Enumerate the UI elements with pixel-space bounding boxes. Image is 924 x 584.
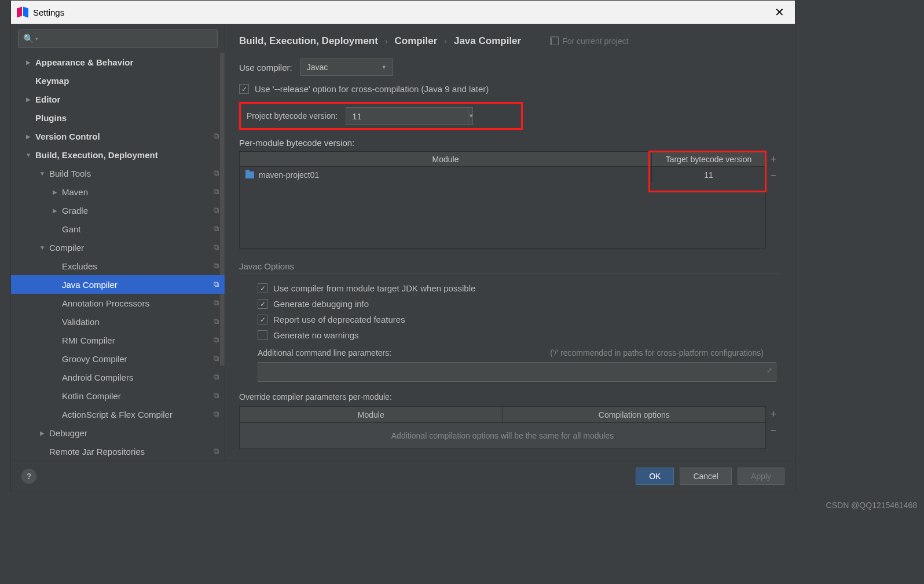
tree-arrow-icon: ▶ — [25, 59, 32, 65]
project-bytecode-input[interactable] — [346, 111, 468, 121]
override-table: Module Compilation options Additional co… — [239, 406, 766, 449]
additional-params-hint: ('/' recommended in paths for cross-plat… — [550, 348, 781, 357]
project-icon — [551, 38, 559, 45]
sidebar-item-kotlin-compiler[interactable]: Kotlin Compiler⧉ — [11, 386, 225, 405]
tree-arrow-icon: ▶ — [52, 189, 58, 195]
sidebar-item-remote-jar-repositories[interactable]: Remote Jar Repositories⧉ — [11, 442, 225, 461]
sidebar-item-rmi-compiler[interactable]: RMI Compiler⧉ — [11, 331, 225, 349]
sidebar-item-maven[interactable]: ▶Maven⧉ — [11, 183, 225, 201]
remove-override-button[interactable]: − — [766, 422, 781, 439]
override-options-header: Compilation options — [503, 407, 766, 422]
additional-params-label: Additional command line parameters: — [258, 348, 391, 357]
tree-arrow-icon: ▼ — [39, 244, 46, 251]
ok-button[interactable]: OK — [636, 468, 674, 485]
project-bytecode-select[interactable]: ▼ — [346, 107, 473, 125]
override-params-label: Override compiler parameters per-module: — [239, 392, 781, 402]
report-deprecated-checkbox[interactable]: Report use of deprecated features — [258, 315, 781, 324]
additional-params-input[interactable]: ⤢ — [258, 362, 776, 382]
remove-module-button[interactable]: − — [766, 167, 781, 184]
project-bytecode-label: Project bytecode version: — [247, 111, 338, 121]
main-panel: Build, Execution, Deployment › Compiler … — [225, 24, 795, 461]
no-warnings-checkbox[interactable]: Generate no warnings — [258, 330, 781, 340]
use-compiler-label: Use compiler: — [239, 63, 292, 72]
sidebar-item-build-tools[interactable]: ▼Build Tools⧉ — [11, 164, 225, 183]
checkbox-icon — [258, 330, 267, 340]
target-bytecode-header: Target bytecode version — [652, 152, 765, 166]
help-button[interactable]: ? — [21, 469, 36, 484]
copy-icon: ⧉ — [214, 169, 219, 178]
sidebar-item-compiler[interactable]: ▼Compiler⧉ — [11, 238, 225, 257]
window-title: Settings — [33, 8, 770, 17]
add-override-button[interactable]: + — [766, 406, 781, 422]
cancel-button[interactable]: Cancel — [680, 468, 732, 485]
sidebar-item-appearance-behavior[interactable]: ▶Appearance & Behavior — [11, 53, 225, 71]
settings-dialog: Settings ✕ 🔍▾ ▶Appearance & BehaviorKeym… — [10, 0, 795, 491]
checkbox-icon — [239, 84, 249, 94]
copy-icon: ⧉ — [214, 447, 219, 456]
generate-debug-checkbox[interactable]: Generate debugging info — [258, 299, 781, 309]
module-icon — [245, 171, 254, 178]
sidebar: 🔍▾ ▶Appearance & BehaviorKeymap▶EditorPl… — [11, 24, 225, 461]
checkbox-icon — [258, 315, 267, 324]
copy-icon: ⧉ — [214, 243, 219, 252]
module-bytecode-table: Module Target bytecode version maven-pro… — [239, 151, 766, 249]
sidebar-item-groovy-compiler[interactable]: Groovy Compiler⧉ — [11, 349, 225, 368]
module-header: Module — [240, 152, 652, 166]
project-bytecode-highlight: Project bytecode version: ▼ — [239, 102, 523, 130]
sidebar-item-actionscript-flex-compiler[interactable]: ActionScript & Flex Compiler⧉ — [11, 405, 225, 424]
copy-icon: ⧉ — [214, 410, 219, 419]
copy-icon: ⧉ — [214, 335, 219, 345]
breadcrumb: Build, Execution, Deployment › Compiler … — [239, 32, 781, 50]
checkbox-icon — [258, 283, 267, 293]
for-current-project-label: For current project — [551, 36, 628, 46]
sidebar-item-annotation-processors[interactable]: Annotation Processors⧉ — [11, 294, 225, 312]
chevron-down-icon[interactable]: ▼ — [468, 108, 474, 124]
apply-button[interactable]: Apply — [738, 468, 784, 485]
tree-arrow-icon: ▶ — [39, 430, 46, 436]
app-logo-icon — [17, 6, 28, 18]
copy-icon: ⧉ — [214, 280, 219, 289]
sidebar-item-editor[interactable]: ▶Editor — [11, 90, 225, 108]
sidebar-item-java-compiler[interactable]: Java Compiler⧉ — [11, 275, 225, 294]
chevron-right-icon: › — [385, 36, 388, 46]
search-input[interactable]: 🔍▾ — [18, 30, 218, 48]
crumb-2[interactable]: Compiler — [395, 35, 438, 47]
chevron-down-icon: ▼ — [382, 64, 387, 70]
titlebar: Settings ✕ — [11, 1, 795, 24]
add-module-button[interactable]: + — [766, 151, 781, 167]
crumb-1[interactable]: Build, Execution, Deployment — [239, 35, 378, 47]
copy-icon: ⧉ — [214, 132, 219, 141]
use-module-jdk-checkbox[interactable]: Use compiler from module target JDK when… — [258, 283, 781, 293]
settings-tree[interactable]: ▶Appearance & BehaviorKeymap▶EditorPlugi… — [11, 53, 225, 461]
sidebar-item-excludes[interactable]: Excludes⧉ — [11, 257, 225, 275]
sidebar-item-gant[interactable]: Gant⧉ — [11, 220, 225, 238]
sidebar-item-version-control[interactable]: ▶Version Control⧉ — [11, 127, 225, 145]
sidebar-item-android-compilers[interactable]: Android Compilers⧉ — [11, 368, 225, 386]
sidebar-item-debugger[interactable]: ▶Debugger — [11, 424, 225, 442]
close-icon[interactable]: ✕ — [770, 3, 789, 21]
target-bytecode-value[interactable]: 11 — [652, 167, 765, 183]
sidebar-item-keymap[interactable]: Keymap — [11, 71, 225, 90]
copy-icon: ⧉ — [214, 261, 219, 271]
copy-icon: ⧉ — [214, 373, 219, 382]
sidebar-item-build-execution-deployment[interactable]: ▼Build, Execution, Deployment — [11, 145, 225, 164]
expand-icon[interactable]: ⤢ — [767, 366, 772, 374]
sidebar-item-plugins[interactable]: Plugins — [11, 108, 225, 127]
watermark: CSDN @QQ1215461468 — [826, 501, 917, 510]
dialog-footer: ? OK Cancel Apply — [11, 461, 795, 491]
tree-arrow-icon: ▶ — [25, 96, 32, 103]
tree-arrow-icon: ▶ — [52, 207, 58, 214]
release-option-checkbox[interactable]: Use '--release' option for cross-compila… — [239, 84, 781, 94]
copy-icon: ⧉ — [214, 317, 219, 326]
use-compiler-select[interactable]: Javac ▼ — [300, 59, 393, 76]
per-module-label: Per-module bytecode version: — [239, 138, 781, 148]
copy-icon: ⧉ — [214, 298, 219, 308]
sidebar-item-gradle[interactable]: ▶Gradle⧉ — [11, 201, 225, 220]
tree-arrow-icon: ▼ — [25, 152, 32, 158]
javac-options-title: Javac Options — [239, 261, 781, 271]
table-row[interactable]: maven-project01 11 — [240, 167, 765, 183]
copy-icon: ⧉ — [214, 206, 219, 215]
copy-icon: ⧉ — [214, 224, 219, 233]
sidebar-item-validation[interactable]: Validation⧉ — [11, 312, 225, 331]
copy-icon: ⧉ — [214, 187, 219, 196]
